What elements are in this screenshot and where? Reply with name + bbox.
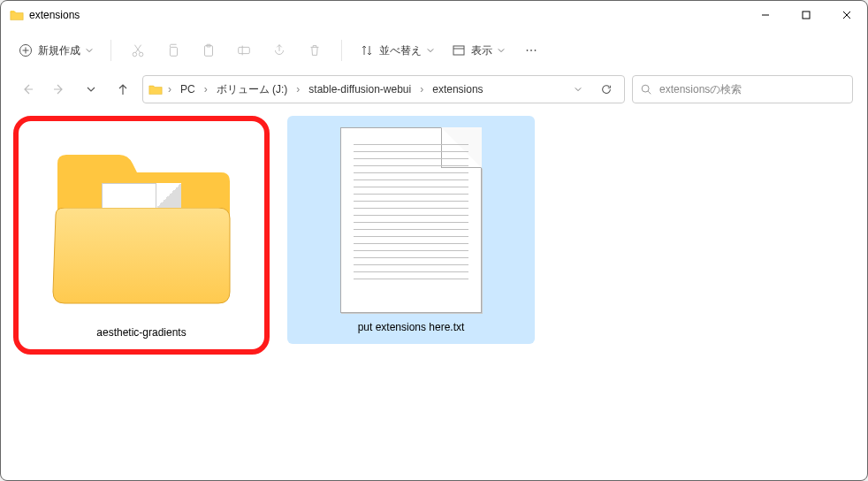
ellipsis-icon	[523, 42, 539, 58]
delete-button[interactable]	[299, 34, 331, 66]
svg-line-9	[135, 45, 141, 53]
svg-point-8	[139, 52, 143, 57]
maximize-button[interactable]	[786, 1, 826, 29]
svg-point-19	[530, 50, 532, 51]
folder-icon	[10, 9, 24, 21]
svg-line-10	[134, 45, 140, 53]
chevron-down-icon	[427, 47, 434, 54]
copy-icon	[165, 42, 181, 58]
sort-icon	[360, 43, 374, 57]
folder-item[interactable]: aesthetic-gradients	[13, 116, 270, 355]
rename-button[interactable]	[228, 34, 260, 66]
plus-circle-icon	[19, 43, 33, 57]
file-pane[interactable]: aesthetic-gradients put extensions here.…	[1, 107, 867, 480]
textfile-icon	[314, 123, 508, 317]
address-bar[interactable]: › PC › ボリューム (J:) › stable-diffusion-web…	[142, 75, 625, 103]
sort-button[interactable]: 並べ替え	[353, 40, 441, 62]
more-button[interactable]	[515, 34, 547, 66]
svg-point-21	[642, 85, 649, 92]
new-label: 新規作成	[38, 43, 80, 58]
window-title: extensions	[29, 9, 80, 21]
trash-icon	[307, 42, 323, 58]
breadcrumb-sep: ›	[294, 83, 301, 95]
back-button[interactable]	[15, 77, 40, 102]
recent-button[interactable]	[79, 77, 103, 102]
svg-point-20	[535, 50, 537, 51]
paste-icon	[201, 42, 217, 58]
svg-rect-14	[239, 47, 250, 53]
share-icon	[271, 42, 287, 58]
new-button[interactable]: 新規作成	[11, 40, 100, 62]
breadcrumb-item[interactable]: ボリューム (J:)	[213, 80, 292, 99]
search-icon	[640, 83, 652, 95]
chevron-down-icon	[86, 47, 93, 54]
folder-large-icon	[44, 128, 239, 323]
svg-point-18	[527, 50, 529, 51]
share-button[interactable]	[263, 34, 295, 66]
breadcrumb-sep: ›	[202, 83, 209, 95]
search-placeholder: extensionsの検索	[659, 82, 742, 97]
svg-rect-1	[803, 11, 810, 19]
textfile-item[interactable]: put extensions here.txt	[287, 116, 535, 344]
rename-icon	[236, 42, 252, 58]
explorer-window: extensions 新規作成 並べ替え	[0, 0, 868, 481]
copy-button[interactable]	[157, 34, 189, 66]
address-dropdown[interactable]	[566, 86, 590, 93]
svg-rect-11	[170, 47, 177, 56]
breadcrumb-sep: ›	[418, 83, 425, 95]
svg-point-7	[133, 52, 137, 57]
forward-button[interactable]	[47, 77, 72, 102]
cut-button[interactable]	[122, 34, 154, 66]
view-button[interactable]: 表示	[445, 40, 512, 62]
search-box[interactable]: extensionsの検索	[632, 75, 853, 103]
folder-icon	[148, 83, 163, 95]
cut-icon	[130, 42, 146, 58]
toolbar: 新規作成 並べ替え 表示	[1, 29, 867, 72]
breadcrumb-item[interactable]: PC	[177, 81, 199, 97]
paste-button[interactable]	[193, 34, 225, 66]
svg-line-22	[648, 91, 651, 94]
close-button[interactable]	[826, 1, 867, 29]
up-button[interactable]	[110, 77, 135, 102]
svg-rect-16	[453, 46, 464, 55]
breadcrumb-item[interactable]: extensions	[429, 81, 486, 97]
view-icon	[452, 43, 466, 57]
breadcrumb-item[interactable]: stable-diffusion-webui	[305, 81, 415, 97]
view-label: 表示	[471, 43, 492, 58]
minimize-button[interactable]	[745, 1, 786, 29]
chevron-down-icon	[498, 47, 505, 54]
item-label: aesthetic-gradients	[96, 326, 186, 339]
title-bar: extensions	[1, 1, 867, 29]
item-label: put extensions here.txt	[358, 321, 465, 333]
breadcrumb-sep: ›	[166, 83, 173, 95]
sort-label: 並べ替え	[379, 43, 422, 58]
refresh-button[interactable]	[594, 83, 619, 95]
address-row: › PC › ボリューム (J:) › stable-diffusion-web…	[1, 72, 867, 107]
